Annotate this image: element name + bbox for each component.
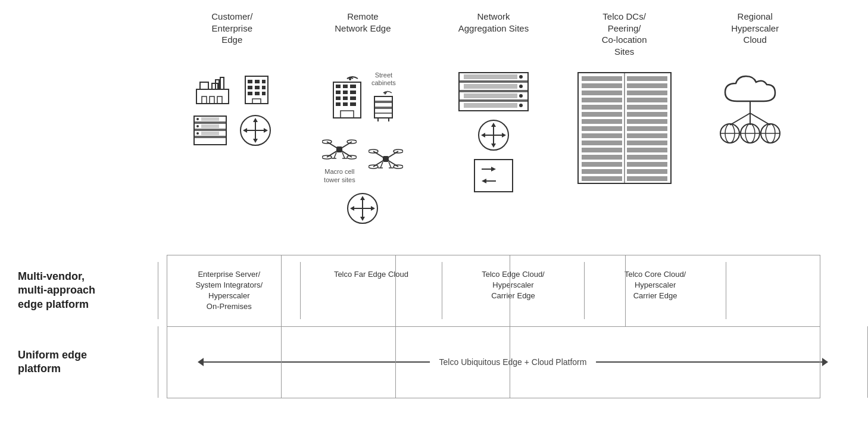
svg-line-71 — [342, 152, 345, 158]
svg-line-152 — [730, 113, 750, 125]
tall-building-wifi-icon — [330, 74, 364, 123]
main-container: Customer/EnterpriseEdge RemoteNetwork Ed… — [0, 0, 868, 443]
svg-rect-131 — [627, 112, 667, 117]
svg-rect-43 — [350, 85, 356, 88]
svg-point-105 — [519, 94, 523, 98]
svg-rect-135 — [627, 126, 667, 131]
remote-edge-bottom — [346, 192, 379, 224]
svg-rect-138 — [582, 141, 622, 145]
svg-point-28 — [196, 132, 199, 135]
svg-point-54 — [385, 93, 386, 95]
inner-divider-3 — [510, 255, 510, 398]
svg-marker-92 — [350, 206, 354, 211]
server-rack-1-icon — [193, 115, 227, 146]
svg-rect-52 — [350, 102, 356, 106]
svg-rect-49 — [350, 96, 356, 100]
factory-icon — [194, 71, 231, 108]
svg-rect-25 — [194, 138, 226, 145]
icon-col-1 — [167, 71, 298, 226]
street-cabinet-icon — [372, 89, 395, 123]
uniform-label: Uniform edgeplatform — [0, 342, 158, 382]
svg-rect-5 — [202, 96, 207, 104]
svg-marker-116 — [491, 167, 496, 171]
columns-header: Customer/EnterpriseEdge RemoteNetwork Ed… — [167, 11, 820, 57]
street-cabinets-label: Streetcabinets — [371, 71, 396, 87]
drone-2-icon — [369, 143, 403, 175]
svg-rect-136 — [582, 133, 622, 138]
svg-line-84 — [389, 162, 391, 168]
svg-marker-35 — [253, 118, 258, 122]
icon-col-2: Streetcabinets — [298, 71, 429, 226]
svg-rect-139 — [627, 141, 667, 145]
svg-rect-101 — [464, 93, 517, 98]
svg-rect-126 — [582, 98, 622, 102]
col-header-4: Telco DCs/Peering/Co-locationSites — [559, 11, 690, 57]
svg-rect-48 — [343, 96, 348, 100]
server-rack-2-icon — [458, 71, 529, 112]
svg-point-103 — [519, 75, 523, 79]
svg-rect-51 — [343, 102, 348, 106]
icon-col-5 — [689, 71, 820, 226]
svg-rect-19 — [262, 92, 266, 95]
cloud-hierarchy-icon — [707, 71, 803, 179]
svg-rect-13 — [262, 80, 266, 83]
svg-marker-118 — [482, 179, 486, 183]
svg-rect-6 — [210, 96, 214, 104]
icon-col-4 — [559, 71, 690, 226]
svg-rect-42 — [343, 85, 348, 88]
svg-rect-47 — [336, 96, 341, 100]
svg-rect-31 — [201, 132, 219, 135]
svg-point-39 — [349, 78, 351, 80]
enterprise-icons-top — [194, 71, 270, 108]
svg-rect-123 — [627, 83, 667, 88]
svg-rect-125 — [627, 91, 667, 95]
svg-rect-100 — [464, 84, 517, 89]
inner-divider-1 — [281, 255, 282, 398]
svg-rect-148 — [582, 176, 622, 181]
router-icon — [473, 158, 514, 193]
svg-rect-102 — [464, 103, 517, 108]
telco-dc-rack-icon — [577, 71, 672, 185]
svg-marker-110 — [491, 123, 496, 127]
svg-rect-50 — [336, 102, 341, 106]
row-cell-5 — [726, 262, 868, 320]
svg-rect-12 — [255, 80, 260, 83]
uniform-content: Telco Ubiquitous Edge + Cloud Platform — [158, 326, 868, 398]
svg-line-70 — [334, 152, 336, 158]
row-cell-3: Telco Edge Cloud/HyperscalerCarrier Edge — [442, 262, 585, 320]
svg-marker-113 — [502, 133, 506, 138]
row-cell-4: Telco Core Cloud/HyperscalerCarrier Edge — [585, 262, 727, 320]
svg-rect-11 — [248, 80, 252, 83]
svg-rect-149 — [627, 176, 667, 181]
svg-rect-128 — [582, 105, 622, 110]
col-header-1: Customer/EnterpriseEdge — [167, 11, 298, 57]
svg-rect-46 — [350, 91, 356, 94]
svg-marker-90 — [360, 196, 365, 200]
svg-rect-146 — [582, 169, 622, 174]
svg-point-104 — [519, 85, 523, 88]
svg-rect-129 — [627, 105, 667, 110]
svg-rect-7 — [217, 96, 222, 104]
col-header-5: RegionalHyperscalerCloud — [689, 11, 820, 57]
enterprise-icons-bottom — [193, 114, 271, 146]
icon-col-3 — [428, 71, 559, 226]
svg-rect-17 — [248, 92, 252, 95]
svg-rect-29 — [201, 117, 219, 121]
svg-marker-38 — [264, 128, 268, 133]
svg-rect-14 — [248, 86, 252, 89]
svg-line-154 — [750, 113, 770, 125]
col-header-3: NetworkAggregation Sites — [428, 11, 559, 57]
svg-rect-58 — [374, 108, 392, 113]
svg-rect-99 — [464, 74, 517, 79]
uniform-row: Uniform edgeplatform Telco Ubiquitous Ed… — [0, 326, 868, 398]
svg-rect-15 — [255, 86, 260, 89]
macro-cell-label: Macro celltower sites — [324, 168, 355, 183]
svg-rect-130 — [582, 112, 622, 117]
multi-vendor-label: Multi-vendor,multi-approachedge platform — [0, 264, 158, 317]
svg-rect-20 — [252, 99, 261, 104]
col-header-2: RemoteNetwork Edge — [298, 11, 429, 57]
svg-rect-44 — [336, 91, 341, 94]
svg-rect-137 — [627, 133, 667, 138]
svg-rect-114 — [474, 160, 513, 192]
svg-rect-57 — [374, 102, 392, 107]
